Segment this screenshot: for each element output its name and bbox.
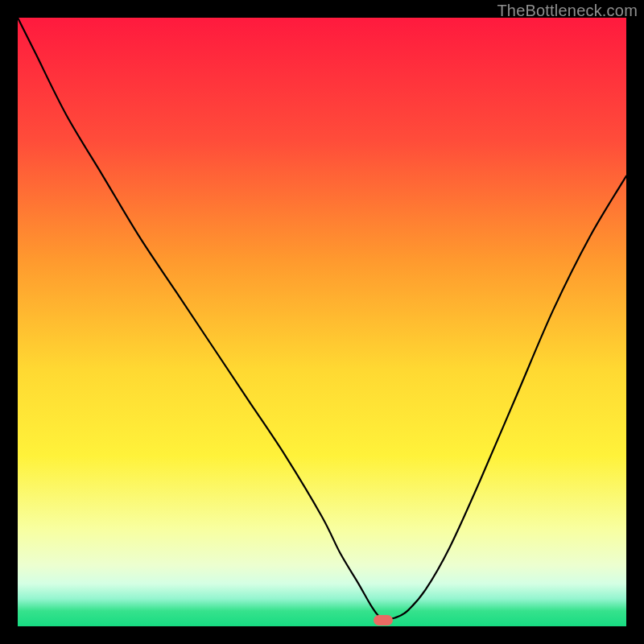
watermark-text: TheBottleneck.com: [497, 2, 638, 20]
bottleneck-curve: [18, 18, 626, 626]
optimal-marker: [374, 615, 393, 625]
plot-area: [18, 18, 626, 626]
chart-frame: TheBottleneck.com: [0, 0, 644, 644]
